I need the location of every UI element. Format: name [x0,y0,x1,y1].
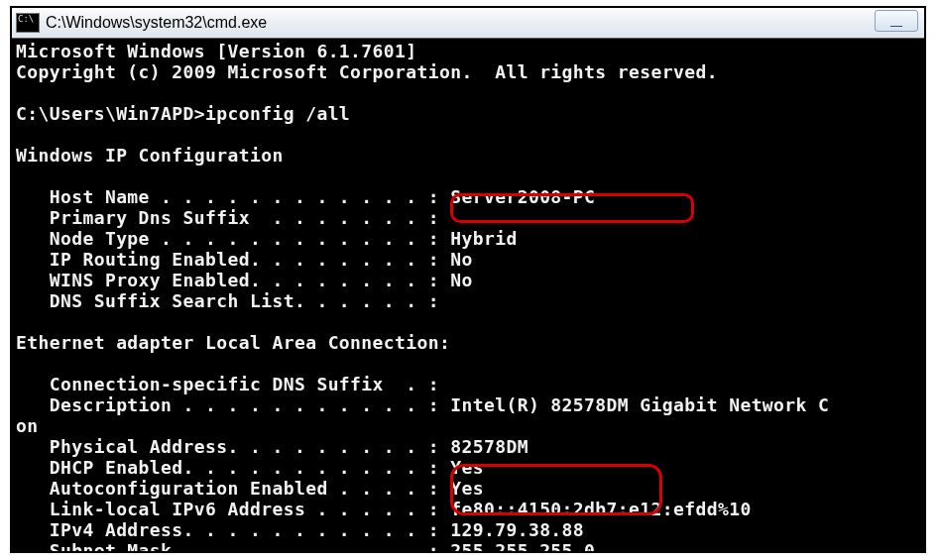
prompt-line: C:\Users\Win7APD>ipconfig /all [16,103,350,124]
wins-proxy-enabled-line: WINS Proxy Enabled. . . . . . . . : No [16,270,473,290]
link-local-ipv6-line: Link-local IPv6 Address . . . . . : fe80… [16,499,752,519]
physical-address-line: Physical Address. . . . . . . . . : 8257… [16,436,529,457]
dhcp-enabled-line: DHCP Enabled. . . . . . . . . . . : Yes [16,457,484,478]
autoconfiguration-enabled-line: Autoconfiguration Enabled . . . . : Yes [16,478,484,499]
minimize-button[interactable] [875,10,918,32]
terminal-output[interactable]: Microsoft Windows [Version 6.1.7601] Cop… [12,39,924,551]
window-titlebar[interactable]: C:\Windows\system32\cmd.exe [12,8,924,39]
description-wrap-line: on [16,415,38,436]
host-name-line: Host Name . . . . . . . . . . . . : Serv… [16,186,595,207]
primary-dns-suffix-line: Primary Dns Suffix . . . . . . . : [16,207,439,228]
node-type-line: Node Type . . . . . . . . . . . . : Hybr… [16,228,518,249]
section-ethernet-title: Ethernet adapter Local Area Connection: [16,332,450,353]
ip-routing-enabled-line: IP Routing Enabled. . . . . . . . : No [16,249,473,270]
copyright-line: Copyright (c) 2009 Microsoft Corporation… [16,61,718,82]
ipv4-address-line: IPv4 Address. . . . . . . . . . . : 129.… [16,519,584,540]
cmd-window: C:\Windows\system32\cmd.exe Microsoft Wi… [10,6,926,553]
os-version-line: Microsoft Windows [Version 6.1.7601] [16,41,417,61]
window-controls [875,10,918,32]
cmd-icon [16,13,40,33]
minimize-icon [890,22,902,27]
window-title: C:\Windows\system32\cmd.exe [46,14,924,32]
subnet-mask-line: Subnet Mask . . . . . . . . . . . : 255.… [16,540,595,551]
section-ipconfig-title: Windows IP Configuration [16,145,284,166]
description-line: Description . . . . . . . . . . . : Inte… [16,394,829,415]
dns-suffix-search-list-line: DNS Suffix Search List. . . . . . : [16,290,439,311]
connection-dns-suffix-line: Connection-specific DNS Suffix . : [16,374,439,394]
